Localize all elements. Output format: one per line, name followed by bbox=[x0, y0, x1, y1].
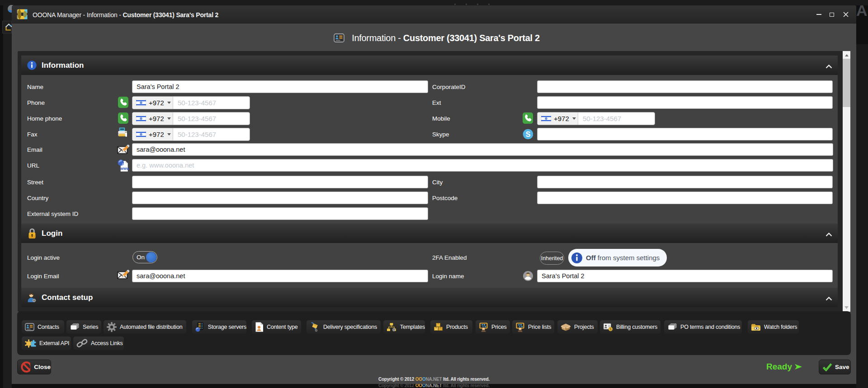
svg-text:WWW: WWW bbox=[120, 167, 129, 171]
svg-text:S: S bbox=[526, 130, 531, 138]
